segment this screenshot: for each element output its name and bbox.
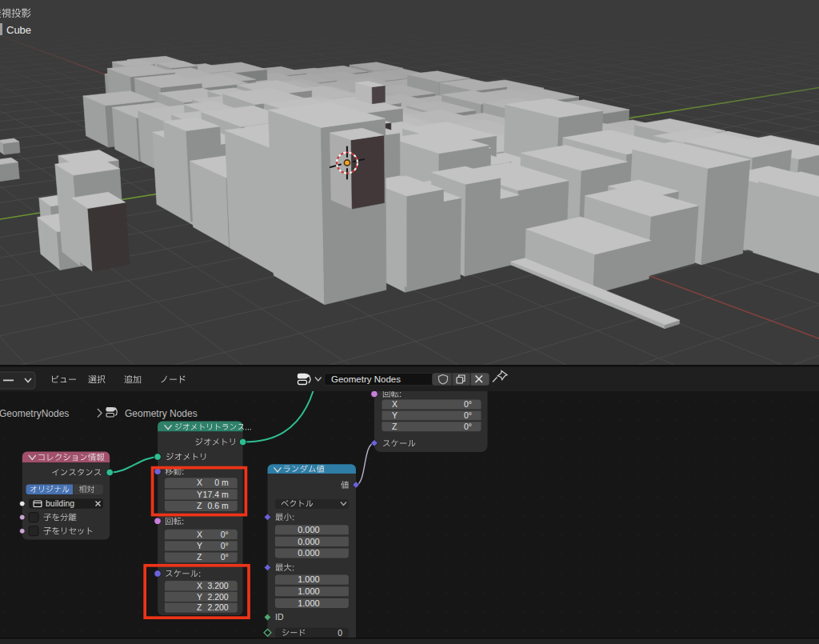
svg-text:1.000: 1.000: [298, 574, 320, 584]
svg-text:17.4 m: 17.4 m: [203, 490, 229, 499]
svg-text:Geometry Nodes: Geometry Nodes: [331, 374, 401, 384]
svg-text:0.000: 0.000: [298, 525, 320, 534]
svg-text:0 m: 0 m: [214, 478, 229, 487]
svg-text:Y: Y: [392, 410, 398, 420]
svg-text:0°: 0°: [464, 422, 472, 431]
svg-text:building: building: [46, 498, 74, 508]
svg-text:Y: Y: [197, 541, 202, 550]
svg-text:GeometryNodes: GeometryNodes: [0, 408, 69, 419]
svg-text:0.000: 0.000: [298, 548, 320, 558]
svg-text:X: X: [197, 478, 202, 487]
svg-text:0.6 m: 0.6 m: [207, 501, 229, 510]
svg-text:Z: Z: [197, 602, 202, 612]
svg-text:Z: Z: [392, 422, 398, 431]
svg-text:0°: 0°: [221, 541, 229, 550]
svg-text:ID: ID: [275, 612, 284, 622]
svg-text:Y: Y: [197, 592, 202, 602]
svg-text:3.200: 3.200: [207, 581, 228, 590]
svg-text:0°: 0°: [221, 552, 229, 562]
svg-text:Cube: Cube: [6, 24, 31, 36]
svg-text:Y: Y: [197, 490, 202, 499]
svg-text:Geometry Nodes: Geometry Nodes: [125, 408, 198, 419]
svg-text:0°: 0°: [221, 530, 229, 539]
svg-text:0: 0: [338, 628, 342, 638]
svg-text:Z: Z: [197, 552, 202, 562]
svg-text:X: X: [392, 399, 398, 409]
svg-text:X: X: [197, 581, 202, 590]
svg-text:0.000: 0.000: [298, 537, 320, 546]
svg-text:1.000: 1.000: [298, 586, 320, 596]
svg-text:2.200: 2.200: [207, 592, 228, 602]
svg-text:0°: 0°: [464, 410, 472, 420]
svg-text:2.200: 2.200: [207, 602, 228, 612]
svg-text:1.000: 1.000: [298, 598, 320, 608]
svg-text:0°: 0°: [464, 399, 472, 409]
svg-text:Z: Z: [197, 501, 202, 510]
svg-text:X: X: [197, 530, 202, 539]
